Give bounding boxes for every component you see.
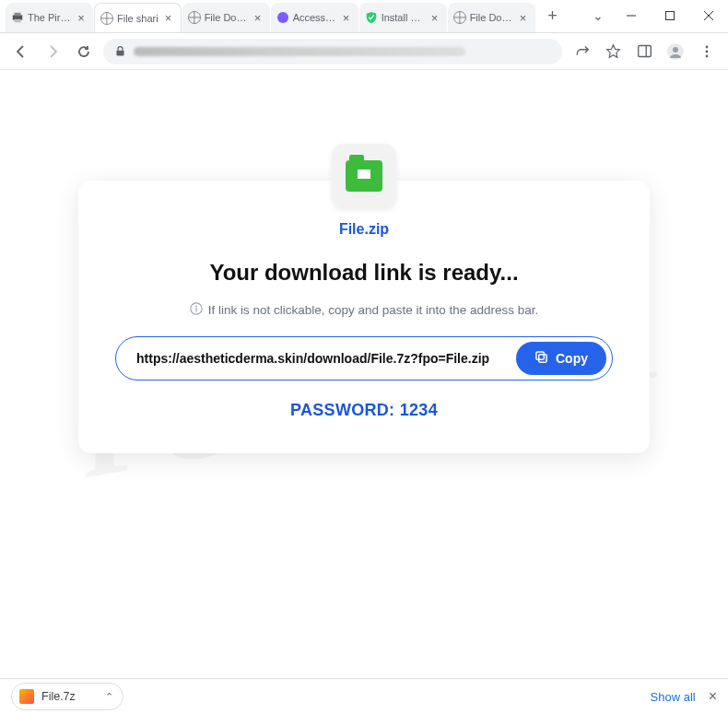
bookmark-icon[interactable] <box>601 40 625 64</box>
close-window-button[interactable] <box>689 2 728 29</box>
tab-strip: The Pirate × File shari × File Down × Ac… <box>0 0 584 32</box>
svg-rect-7 <box>116 51 123 56</box>
profile-icon[interactable] <box>663 40 687 64</box>
reload-button[interactable] <box>72 40 96 64</box>
tab-pirate[interactable]: The Pirate × <box>6 3 93 32</box>
globe-icon <box>100 12 113 25</box>
copy-label: Copy <box>556 351 588 366</box>
svg-point-13 <box>706 50 709 53</box>
tab-install-ext[interactable]: Install Ext × <box>359 3 447 32</box>
svg-point-16 <box>195 306 197 308</box>
back-button[interactable] <box>9 40 33 64</box>
tab-file-download-2[interactable]: File Down × <box>448 3 535 32</box>
close-icon[interactable]: × <box>517 11 530 24</box>
svg-rect-18 <box>539 355 546 362</box>
url-text-blurred <box>134 47 465 56</box>
tab-title: The Pirate <box>28 12 71 23</box>
file-name: File.zip <box>115 221 613 238</box>
tab-title: File Down <box>205 12 248 23</box>
copy-icon <box>534 350 548 367</box>
download-shelf-right: Show all × <box>651 688 717 705</box>
share-icon[interactable] <box>569 40 593 64</box>
window-controls: ⌄ <box>584 0 728 32</box>
svg-point-11 <box>673 47 678 53</box>
tab-title: Access po <box>293 12 336 23</box>
close-icon[interactable]: × <box>75 11 88 24</box>
hint-text: If link is not clickable, copy and paste… <box>208 303 539 317</box>
tab-file-download-1[interactable]: File Down × <box>182 3 270 32</box>
shield-icon <box>365 11 378 24</box>
svg-rect-8 <box>638 46 651 57</box>
download-filename: File.7z <box>41 690 76 703</box>
browser-toolbar <box>0 33 728 70</box>
globe-icon <box>453 11 466 24</box>
tab-access[interactable]: Access po × <box>271 3 358 32</box>
show-all-button[interactable]: Show all <box>651 690 696 704</box>
chevron-down-icon[interactable]: ⌄ <box>584 8 612 23</box>
tab-title: Install Ext <box>382 12 425 23</box>
browser-titlebar: The Pirate × File shari × File Down × Ac… <box>0 0 728 33</box>
password-text: PASSWORD: 1234 <box>115 401 613 420</box>
svg-point-12 <box>706 45 709 48</box>
page-content: PCrisk.com File.zip Your download link i… <box>0 70 728 678</box>
printer-icon <box>11 11 24 24</box>
globe-icon <box>188 11 201 24</box>
download-shelf: File.7z ⌃ Show all × <box>0 678 728 714</box>
tab-title: File Down <box>470 12 513 23</box>
download-card: File.zip Your download link is ready... … <box>78 181 650 453</box>
new-tab-button[interactable]: + <box>540 3 566 29</box>
download-item[interactable]: File.7z ⌃ <box>11 683 123 710</box>
address-bar[interactable] <box>103 39 562 64</box>
link-field: https://aestheticderma.skin/download/Fil… <box>115 336 613 380</box>
copy-button[interactable]: Copy <box>516 342 606 375</box>
download-url[interactable]: https://aestheticderma.skin/download/Fil… <box>136 351 516 366</box>
close-shelf-button[interactable]: × <box>709 688 717 705</box>
file-icon <box>332 144 396 208</box>
forward-button[interactable] <box>41 40 65 64</box>
svg-rect-19 <box>536 352 544 359</box>
close-icon[interactable]: × <box>340 11 353 24</box>
menu-icon[interactable] <box>695 40 719 64</box>
info-icon <box>190 302 203 318</box>
close-icon[interactable]: × <box>429 11 441 24</box>
svg-rect-1 <box>15 13 21 17</box>
svg-point-14 <box>706 54 709 57</box>
minimize-button[interactable] <box>612 2 651 29</box>
svg-rect-2 <box>15 19 21 23</box>
lock-icon <box>114 45 126 57</box>
maximize-button[interactable] <box>651 2 689 29</box>
close-icon[interactable]: × <box>162 12 175 25</box>
heading: Your download link is ready... <box>115 260 613 286</box>
hint-row: If link is not clickable, copy and paste… <box>115 302 613 318</box>
side-panel-icon[interactable] <box>632 40 656 64</box>
svg-rect-17 <box>195 308 196 311</box>
close-icon[interactable]: × <box>252 11 264 24</box>
dot-icon <box>276 11 289 24</box>
archive-icon <box>19 689 34 704</box>
tab-file-sharing[interactable]: File shari × <box>94 3 182 32</box>
chevron-up-icon[interactable]: ⌃ <box>105 691 113 703</box>
tab-title: File shari <box>117 13 159 24</box>
svg-rect-4 <box>666 12 675 20</box>
